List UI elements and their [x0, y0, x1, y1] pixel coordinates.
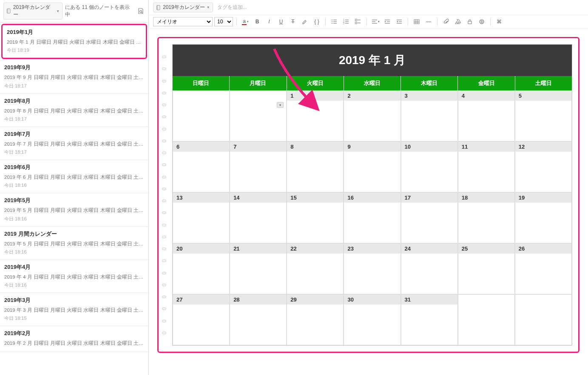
- note-preview: 2019 年 3 月 日曜日 月曜日 火曜日 水曜日 木曜日 金曜日 土曜日 1…: [4, 307, 144, 314]
- calendar-cell[interactable]: 21: [230, 243, 287, 294]
- table-button[interactable]: [412, 17, 422, 26]
- calendar-row: 13141516171819: [173, 192, 572, 243]
- svg-point-6: [332, 20, 332, 20]
- encrypt-button[interactable]: [465, 17, 475, 26]
- calendar-cell[interactable]: 4: [458, 90, 515, 141]
- calendar-cell[interactable]: 2: [344, 90, 401, 141]
- calendar-cell[interactable]: 16: [344, 192, 401, 243]
- calendar-cell[interactable]: 20: [173, 243, 230, 294]
- annotation-frame: 2019 年 1 月 日曜日月曜日火曜日水曜日木曜日金曜日土曜日 ▾123456…: [157, 37, 579, 353]
- calendar-date: 28: [230, 295, 286, 305]
- editor-notebook-selector[interactable]: 2019年カレンダー ▼: [153, 3, 213, 12]
- cell-dropdown-icon[interactable]: ▾: [277, 102, 284, 108]
- horizontal-rule-button[interactable]: —: [423, 17, 434, 26]
- calendar-cell[interactable]: 19: [515, 192, 572, 243]
- calendar-date: 25: [458, 244, 514, 254]
- note-preview: 2019 年 1 月 日曜日 月曜日 火曜日 水曜日 木曜日 金曜日 土曜日 1…: [7, 39, 142, 46]
- note-item[interactable]: 2019年9月2019 年 9 月 日曜日 月曜日 火曜日 水曜日 木曜日 金曜…: [0, 60, 148, 93]
- calendar-date: 30: [344, 295, 400, 305]
- calendar-cell[interactable]: 15: [287, 192, 344, 243]
- calendar-cell[interactable]: 18: [458, 192, 515, 243]
- align-button[interactable]: ▾: [370, 17, 381, 26]
- note-item[interactable]: 2019年3月2019 年 3 月 日曜日 月曜日 火曜日 水曜日 木曜日 金曜…: [0, 293, 148, 326]
- svg-rect-0: [7, 9, 10, 13]
- calendar-cell[interactable]: ▾: [230, 90, 287, 141]
- calendar-date: 4: [458, 91, 514, 101]
- attachment-button[interactable]: [441, 17, 451, 26]
- link-button[interactable]: [477, 17, 487, 26]
- note-time: 今日 18:16: [4, 216, 144, 222]
- note-list[interactable]: 2019年1月2019 年 1 月 日曜日 月曜日 火曜日 水曜日 木曜日 金曜…: [0, 23, 148, 375]
- calendar-cell[interactable]: 12: [515, 141, 572, 192]
- strikethrough-button[interactable]: T: [288, 17, 298, 26]
- notebook-selector[interactable]: 2019年カレンダー ▼: [3, 3, 62, 20]
- outdent-button[interactable]: [394, 17, 404, 26]
- italic-button[interactable]: I: [264, 17, 274, 26]
- separator: [236, 18, 237, 25]
- note-item[interactable]: 2019年2月2019 年 2 月 日曜日 月曜日 火曜日 水曜日 木曜日 金曜…: [0, 326, 148, 352]
- tag-input[interactable]: タグを追加...: [217, 4, 247, 11]
- calendar-cell[interactable]: [458, 294, 515, 345]
- numbered-list-button[interactable]: 123: [341, 17, 351, 26]
- calendar-cell[interactable]: 10: [401, 141, 458, 192]
- calendar-cell[interactable]: 23: [344, 243, 401, 294]
- highlight-button[interactable]: [300, 17, 310, 26]
- calendar-cell[interactable]: 5: [515, 90, 572, 141]
- calendar-cell[interactable]: 26: [515, 243, 572, 294]
- calendar-date: 23: [344, 244, 400, 254]
- calendar-cell[interactable]: 31: [401, 294, 458, 345]
- font-family-select[interactable]: メイリオ: [153, 17, 213, 26]
- note-item[interactable]: 2019年8月2019 年 8 月 日曜日 月曜日 火曜日 水曜日 木曜日 金曜…: [0, 94, 148, 127]
- calendar-cell[interactable]: 30: [344, 294, 401, 345]
- calendar-cell[interactable]: [515, 294, 572, 345]
- calendar-date: 5: [515, 91, 571, 101]
- calendar-cell[interactable]: [173, 90, 230, 141]
- note-item[interactable]: 2019年6月2019 年 6 月 日曜日 月曜日 火曜日 水曜日 木曜日 金曜…: [0, 160, 148, 193]
- calendar-cell[interactable]: 25: [458, 243, 515, 294]
- calendar-cell[interactable]: 9: [344, 141, 401, 192]
- underline-button[interactable]: U: [276, 17, 286, 26]
- calendar-cell[interactable]: 13: [173, 192, 230, 243]
- note-item[interactable]: 2019年5月2019 年 5 月 日曜日 月曜日 火曜日 水曜日 木曜日 金曜…: [0, 193, 148, 226]
- calendar-cell[interactable]: 11: [458, 141, 515, 192]
- calendar-cell[interactable]: 28: [230, 294, 287, 345]
- keyboard-shortcut-icon[interactable]: ⌘: [494, 17, 504, 26]
- editor-viewport[interactable]: 2019 年 1 月 日曜日月曜日火曜日水曜日木曜日金曜日土曜日 ▾123456…: [149, 28, 588, 375]
- calendar-cell[interactable]: 29: [287, 294, 344, 345]
- calendar-cell[interactable]: 1: [287, 90, 344, 141]
- calendar-cell[interactable]: 8: [287, 141, 344, 192]
- calendar-date: 27: [173, 295, 229, 305]
- note-title: 2019年2月: [4, 330, 144, 337]
- google-drive-button[interactable]: [453, 17, 463, 26]
- calendar-cell[interactable]: 6: [173, 141, 230, 192]
- code-block-button[interactable]: { }: [312, 17, 322, 26]
- search-within-button[interactable]: [136, 7, 145, 15]
- font-size-select[interactable]: 10: [214, 17, 233, 26]
- caret-down-icon: ▼: [207, 6, 210, 9]
- calendar-cell[interactable]: 7: [230, 141, 287, 192]
- note-title: 2019年6月: [4, 164, 144, 171]
- calendar-date: 18: [458, 193, 514, 203]
- calendar-cell[interactable]: 17: [401, 192, 458, 243]
- calendar-date: 13: [173, 193, 229, 203]
- calendar-cell[interactable]: 22: [287, 243, 344, 294]
- note-item[interactable]: 2019年7月2019 年 7 月 日曜日 月曜日 火曜日 水曜日 木曜日 金曜…: [0, 127, 148, 160]
- calendar-date: 31: [401, 295, 457, 305]
- calendar-date: 12: [515, 142, 571, 152]
- indent-button[interactable]: [382, 17, 392, 26]
- note-item[interactable]: 2019 月間カレンダー2019 年 5 月 日曜日 月曜日 火曜日 水曜日 木…: [0, 227, 148, 260]
- calendar-cell[interactable]: 24: [401, 243, 458, 294]
- calendar-date: [230, 91, 286, 101]
- checklist-button[interactable]: [353, 17, 363, 26]
- note-item[interactable]: 2019年4月2019 年 4 月 日曜日 月曜日 火曜日 水曜日 木曜日 金曜…: [0, 260, 148, 293]
- font-color-button[interactable]: a▾: [240, 17, 250, 26]
- calendar-cell[interactable]: 3: [401, 90, 458, 141]
- svg-rect-18: [355, 19, 357, 21]
- note-item[interactable]: 2019年1月2019 年 1 月 日曜日 月曜日 火曜日 水曜日 木曜日 金曜…: [1, 24, 147, 59]
- calendar-cell[interactable]: 27: [173, 294, 230, 345]
- calendar-cell[interactable]: 14: [230, 192, 287, 243]
- calendar-date: 22: [287, 244, 343, 254]
- svg-point-8: [332, 21, 332, 22]
- bullet-list-button[interactable]: [329, 17, 339, 26]
- bold-button[interactable]: B: [252, 17, 262, 26]
